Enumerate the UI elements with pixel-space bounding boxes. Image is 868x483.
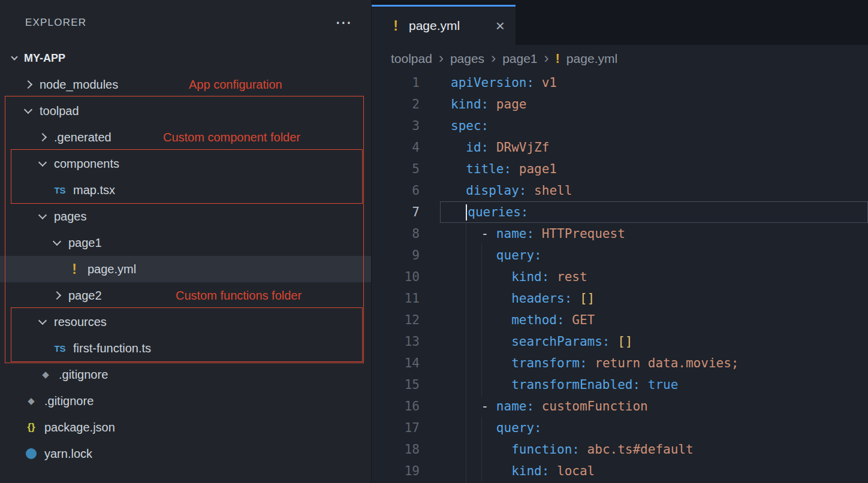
line-number: 6	[372, 180, 420, 201]
code-token: kind:	[451, 97, 489, 111]
warning-icon: !	[556, 51, 560, 67]
code-token	[451, 313, 511, 327]
chevron-right-icon	[38, 133, 47, 141]
tree-item-components[interactable]: components	[0, 150, 371, 177]
code-line-18[interactable]: 18 function: abc.ts#default	[372, 439, 868, 460]
code-line-text: title: page1	[440, 158, 868, 180]
code-token	[451, 464, 511, 478]
tree-item-gitignore[interactable]: ◆.gitignore	[0, 388, 371, 414]
close-icon[interactable]: ×	[496, 20, 505, 32]
json-braces-icon: {}	[23, 421, 40, 433]
code-line-9[interactable]: 9 query:	[372, 244, 868, 266]
code-line-6[interactable]: 6 display: shell	[372, 180, 868, 201]
file-tree: node_modulestoolpad.generatedcomponentsT…	[0, 71, 371, 467]
tree-item-label: first-function.ts	[73, 342, 151, 355]
tree-item-package-json[interactable]: {}package.json	[0, 414, 371, 440]
tree-item-page2[interactable]: page2	[0, 282, 371, 309]
code-line-12[interactable]: 12 method: GET	[372, 309, 868, 331]
tree-item-page-yml[interactable]: !page.yml	[0, 256, 371, 282]
tree-item-resources[interactable]: resources	[0, 309, 371, 335]
code-line-1[interactable]: 1apiVersion: v1	[372, 72, 868, 93]
breadcrumb-item-page1[interactable]: page1	[502, 52, 537, 66]
line-number: 1	[372, 72, 420, 93]
code-token: customFunction	[534, 399, 648, 413]
tree-item-generated[interactable]: .generated	[0, 124, 371, 150]
code-token: []	[572, 291, 595, 306]
tab-page-yml[interactable]: ! page.yml ×	[372, 5, 516, 45]
code-line-7[interactable]: 7 queries:	[372, 201, 868, 223]
code-line-2[interactable]: 2kind: page	[372, 93, 868, 115]
code-line-text: function: abc.ts#default	[440, 439, 868, 460]
code-line-8[interactable]: 8 - name: HTTPrequest	[372, 223, 868, 244]
code-line-3[interactable]: 3spec:	[372, 115, 868, 137]
code-line-5[interactable]: 5 title: page1	[372, 158, 868, 180]
breadcrumb: toolpad›pages›page1›!page.yml	[372, 45, 868, 72]
tree-item-map-tsx[interactable]: TSmap.tsx	[0, 177, 371, 203]
tree-item-first-function-ts[interactable]: TSfirst-function.ts	[0, 335, 371, 361]
tree-root-my-app[interactable]: MY-APP	[0, 45, 371, 71]
code-token	[451, 183, 466, 198]
code-token: page1	[511, 162, 557, 176]
code-line-19[interactable]: 19 kind: local	[372, 460, 868, 482]
code-token: name:	[496, 227, 534, 241]
code-line-4[interactable]: 4 id: DRwVjZf	[372, 137, 868, 158]
breadcrumb-item-pages[interactable]: pages	[450, 52, 484, 66]
code-line-15[interactable]: 15 transformEnabled: true	[372, 374, 868, 396]
line-number: 7	[372, 201, 420, 223]
code-line-text: queries:	[440, 201, 868, 223]
tree-item-label: page1	[68, 236, 102, 250]
tree-item-node-modules[interactable]: node_modules	[0, 71, 371, 98]
code-line-text: transformEnabled: true	[440, 374, 868, 396]
line-number: 3	[372, 115, 420, 137]
code-line-text: query:	[440, 417, 868, 439]
tree-item-label: map.tsx	[73, 183, 115, 197]
code-line-10[interactable]: 10 kind: rest	[372, 266, 868, 288]
more-actions-icon[interactable]: ⋯	[335, 20, 352, 26]
line-number: 12	[372, 309, 420, 331]
code-token: local	[549, 464, 595, 478]
tree-item-label: yarn.lock	[44, 447, 92, 461]
tree-item-page1[interactable]: page1	[0, 230, 371, 256]
tree-item-yarn-lock[interactable]: yarn.lock	[0, 440, 371, 467]
tree-item-label: page.yml	[88, 262, 136, 276]
tree-item-label: toolpad	[40, 104, 79, 118]
code-token: return data.movies;	[587, 356, 739, 370]
chevron-down-icon	[38, 316, 47, 324]
vscode-window: EXPLORER ⋯ MY-APP node_modulestoolpad.ge…	[0, 0, 868, 483]
git-icon: ◆	[23, 396, 40, 406]
code-line-13[interactable]: 13 searchParams: []	[372, 331, 868, 352]
code-line-text: - name: HTTPrequest	[440, 223, 868, 244]
code-token: kind:	[511, 464, 549, 478]
code-line-text: method: GET	[440, 309, 868, 331]
code-token: true	[640, 378, 678, 392]
code-line-text: spec:	[440, 115, 868, 137]
tree-item-toolpad[interactable]: toolpad	[0, 98, 371, 124]
editor-pane: ! page.yml × toolpad›pages›page1›!page.y…	[372, 0, 868, 483]
code-token	[451, 162, 466, 176]
breadcrumb-separator-icon: ›	[491, 50, 496, 67]
code-token: query:	[496, 421, 542, 435]
tree-item-pages[interactable]: pages	[0, 203, 371, 230]
breadcrumb-item-page-yml[interactable]: page.yml	[566, 52, 617, 66]
code-token: HTTPrequest	[534, 227, 625, 241]
line-number: 19	[372, 460, 420, 482]
code-line-text: kind: rest	[440, 266, 868, 288]
line-number: 13	[372, 331, 420, 352]
code-token	[451, 248, 496, 262]
code-line-14[interactable]: 14 transform: return data.movies;	[372, 352, 868, 374]
tree-item-gitignore[interactable]: ◆.gitignore	[0, 361, 371, 388]
code-line-11[interactable]: 11 headers: []	[372, 288, 868, 309]
warning-icon: !	[390, 18, 402, 34]
code-token: v1	[534, 76, 557, 90]
code-line-17[interactable]: 17 query:	[372, 417, 868, 439]
tab-bar: ! page.yml ×	[372, 0, 868, 45]
tree-item-label: .generated	[54, 131, 111, 144]
code-line-16[interactable]: 16 - name: customFunction	[372, 396, 868, 417]
chevron-down-icon	[38, 210, 47, 219]
breadcrumb-item-toolpad[interactable]: toolpad	[391, 52, 432, 66]
tree-item-label: .gitignore	[59, 368, 108, 382]
code-editor[interactable]: 1apiVersion: v12kind: page3spec:4 id: DR…	[372, 72, 868, 483]
line-number: 9	[372, 244, 420, 266]
code-token	[451, 140, 466, 155]
line-number: 14	[372, 352, 420, 374]
